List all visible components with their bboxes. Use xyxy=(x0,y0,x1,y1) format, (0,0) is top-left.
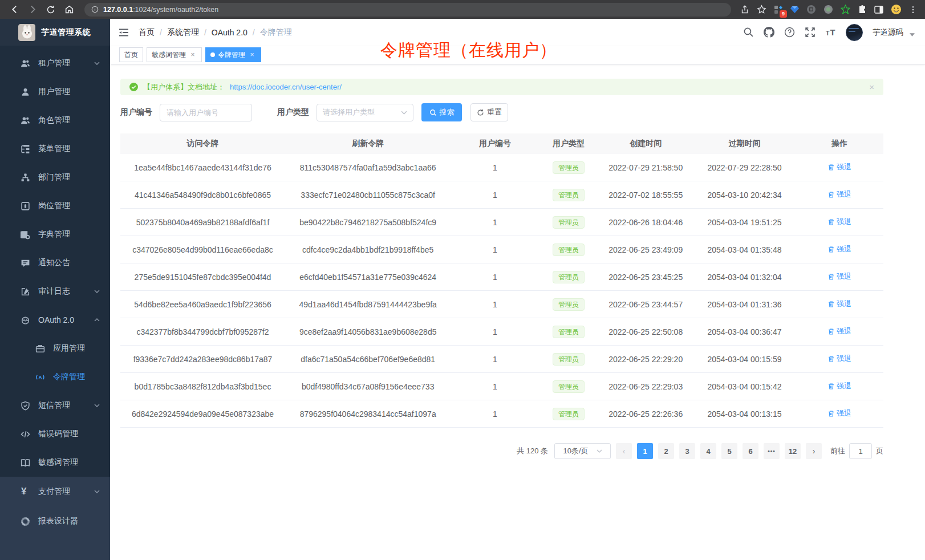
success-check-icon xyxy=(129,83,138,91)
page-button-4[interactable]: 4 xyxy=(700,443,716,459)
alert-text: 【用户体系】文档地址： xyxy=(143,82,225,92)
dot-extension-icon[interactable] xyxy=(823,5,833,14)
sidebar-item-sensitive-words[interactable]: 敏感词管理 xyxy=(0,448,110,477)
fullscreen-icon[interactable] xyxy=(805,27,816,38)
force-logout-button[interactable]: 强退 xyxy=(827,354,851,364)
breadcrumb-oauth[interactable]: OAuth 2.0 xyxy=(212,28,248,37)
sidebar-item-tenant[interactable]: 租户管理 xyxy=(0,49,110,78)
browser-menu-icon[interactable] xyxy=(909,6,917,14)
user-id-input[interactable] xyxy=(160,104,252,121)
tab-close-icon[interactable]: × xyxy=(248,51,256,59)
sidebar-collapse-icon[interactable] xyxy=(118,27,129,38)
force-logout-button[interactable]: 强退 xyxy=(827,162,851,172)
force-logout-button[interactable]: 强退 xyxy=(827,244,851,254)
sidebar-item-audit-log[interactable]: 审计日志 xyxy=(0,277,110,306)
force-logout-label: 强退 xyxy=(837,299,851,309)
force-logout-button[interactable]: 强退 xyxy=(827,408,851,419)
next-page-button[interactable]: › xyxy=(806,443,822,459)
browser-back-button[interactable] xyxy=(7,2,22,17)
force-logout-label: 强退 xyxy=(837,354,851,364)
address-bar[interactable]: 127.0.0.1:1024/system/oauth2/token xyxy=(84,3,731,17)
alert-close-icon[interactable]: × xyxy=(869,83,874,91)
search-button[interactable]: 搜索 xyxy=(421,103,462,121)
user-id-cell: 1 xyxy=(451,190,539,200)
user-type-select[interactable]: 请选择用户类型 xyxy=(317,104,413,121)
puzzle-extension-icon[interactable] xyxy=(858,5,867,14)
caret-down-icon[interactable] xyxy=(910,33,915,36)
extension-grid-icon[interactable]: 9 xyxy=(774,5,783,14)
force-logout-button[interactable]: 强退 xyxy=(827,189,851,200)
browser-forward-button[interactable] xyxy=(25,2,40,17)
page-size-select[interactable]: 10条/页 xyxy=(554,443,611,459)
pagination: 共 120 条 10条/页 ‹ 1 2 3 4 5 6 ••• 12 › 前往 … xyxy=(120,443,883,459)
sidebar-item-error-codes[interactable]: 错误码管理 xyxy=(0,420,110,448)
force-logout-button[interactable]: 强退 xyxy=(827,326,851,336)
sidebar-item-users[interactable]: 用户管理 xyxy=(0,78,110,106)
sidebar-item-report-designer[interactable]: 报表设计器 xyxy=(0,506,110,536)
trash-icon xyxy=(827,273,835,281)
star-extension-icon[interactable] xyxy=(841,5,850,14)
force-logout-button[interactable]: 强退 xyxy=(827,217,851,227)
breadcrumb-home[interactable]: 首页 xyxy=(139,27,155,38)
force-logout-button[interactable]: 强退 xyxy=(827,381,851,391)
tab-home[interactable]: 首页 xyxy=(119,47,143,62)
user-type-badge: 管理员 xyxy=(553,408,585,420)
table-row: f9336e7c7dd242a283ee98dc86b17a87 dfa6c71… xyxy=(120,346,883,373)
code-icon xyxy=(21,429,30,439)
prev-page-button[interactable]: ‹ xyxy=(616,443,632,459)
tab-close-icon[interactable]: × xyxy=(189,51,197,59)
user-type-label: 用户类型 xyxy=(277,107,309,117)
force-logout-button[interactable]: 强退 xyxy=(827,299,851,309)
tab-sensitive-words[interactable]: 敏感词管理 × xyxy=(147,47,202,62)
active-dot xyxy=(210,52,215,57)
page-button-3[interactable]: 3 xyxy=(679,443,695,459)
sidebar-item-roles[interactable]: 角色管理 xyxy=(0,106,110,135)
page-button-1[interactable]: 1 xyxy=(637,443,653,459)
username[interactable]: 芋道源码 xyxy=(873,27,903,38)
trash-icon xyxy=(827,355,835,363)
tab-token-management[interactable]: 令牌管理 × xyxy=(205,47,261,62)
sidebar-item-app-management[interactable]: 应用管理 xyxy=(0,334,110,363)
doc-link[interactable]: https://doc.iocoder.cn/user-center/ xyxy=(230,83,342,91)
page-ellipsis-button[interactable]: ••• xyxy=(764,443,780,459)
sidebar-item-notices[interactable]: 通知公告 xyxy=(0,249,110,277)
browser-home-button[interactable] xyxy=(62,2,76,17)
sidebar-toggle-icon[interactable] xyxy=(874,5,883,14)
font-size-icon[interactable]: TT xyxy=(825,27,836,38)
goto-page-input[interactable] xyxy=(849,443,872,459)
share-icon[interactable] xyxy=(740,5,749,14)
github-icon[interactable] xyxy=(764,27,774,38)
access-token-cell: 54d6be82ee5a460a9aedc1f9bf223656 xyxy=(120,300,285,309)
page-button-2[interactable]: 2 xyxy=(658,443,674,459)
sidebar-item-departments[interactable]: 部门管理 xyxy=(0,163,110,192)
command-extension-icon[interactable] xyxy=(806,5,816,14)
sidebar-item-menus[interactable]: 菜单管理 xyxy=(0,135,110,163)
access-token-cell: f9336e7c7dd242a283ee98dc86b17a87 xyxy=(120,355,285,364)
browser-reload-button[interactable] xyxy=(43,2,58,17)
profile-emoji-avatar[interactable] xyxy=(891,4,902,15)
sidebar-item-dictionary[interactable]: 字典管理 xyxy=(0,220,110,249)
sidebar-item-sms[interactable]: 短信管理 xyxy=(0,391,110,420)
sidebar-item-token-management[interactable]: A 令牌管理 xyxy=(0,363,110,391)
sidebar-item-oauth2[interactable]: OAuth 2.0 xyxy=(0,306,110,334)
reset-button[interactable]: 重置 xyxy=(470,103,508,121)
created-time-cell: 2022-06-25 22:29:20 xyxy=(598,355,693,364)
sidebar-item-payment[interactable]: ¥ 支付管理 xyxy=(0,477,110,506)
app-logo[interactable]: 芋道管理系统 xyxy=(0,19,110,46)
sidebar-item-posts[interactable]: 岗位管理 xyxy=(0,192,110,220)
user-type-badge: 管理员 xyxy=(553,353,585,366)
user-id-cell: 1 xyxy=(451,355,539,364)
bookmark-star-icon[interactable] xyxy=(757,5,766,14)
page-button-12[interactable]: 12 xyxy=(785,443,801,459)
search-icon[interactable] xyxy=(743,27,754,38)
breadcrumb-system[interactable]: 系统管理 xyxy=(167,27,199,38)
help-icon[interactable] xyxy=(784,27,795,38)
gem-extension-icon[interactable] xyxy=(790,5,799,14)
trash-icon xyxy=(827,328,835,335)
force-logout-button[interactable]: 强退 xyxy=(827,271,851,282)
total-count: 共 120 条 xyxy=(517,446,548,456)
table-body: 1ea5e44f8bc1467aaede43144f31de76 811c530… xyxy=(120,154,883,428)
page-button-6[interactable]: 6 xyxy=(743,443,758,459)
user-avatar[interactable] xyxy=(846,24,863,41)
page-button-5[interactable]: 5 xyxy=(721,443,737,459)
